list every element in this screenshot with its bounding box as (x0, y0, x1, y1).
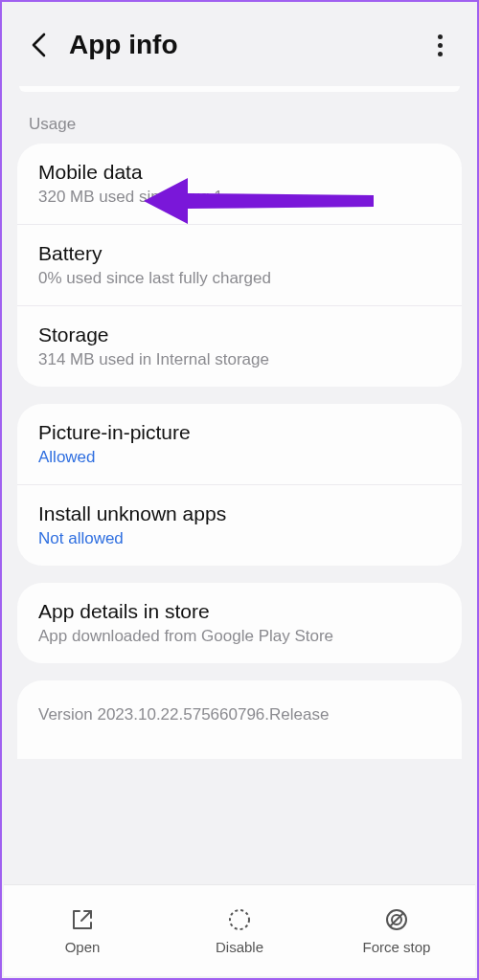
force-stop-button[interactable]: Force stop (318, 885, 475, 976)
disable-icon (226, 906, 253, 933)
force-stop-icon (383, 906, 410, 933)
row-title: Mobile data (38, 161, 441, 184)
row-title: Battery (38, 242, 441, 265)
bottom-action-bar: Open Disable Force stop (4, 884, 475, 976)
row-battery[interactable]: Battery 0% used since last fully charged (17, 224, 462, 305)
section-label-usage: Usage (2, 115, 477, 144)
app-header: App info (2, 2, 477, 86)
disable-button[interactable]: Disable (161, 885, 318, 976)
version-card: Version 2023.10.22.575660796.Release (17, 680, 462, 759)
row-title: Storage (38, 323, 441, 346)
row-subtitle: 0% used since last fully charged (38, 269, 441, 288)
row-title: Install unknown apps (38, 502, 441, 525)
row-title: Picture-in-picture (38, 421, 441, 444)
open-button[interactable]: Open (4, 885, 161, 976)
previous-card-edge (19, 86, 460, 92)
row-subtitle: Allowed (38, 448, 441, 467)
version-text: Version 2023.10.22.575660796.Release (38, 705, 441, 724)
more-options-icon[interactable] (423, 29, 456, 61)
row-subtitle: 320 MB used since Aug 1 (38, 188, 441, 207)
row-title: App details in store (38, 600, 441, 623)
row-subtitle: Not allowed (38, 529, 441, 548)
permissions-card: Picture-in-picture Allowed Install unkno… (17, 404, 462, 566)
open-icon (69, 906, 96, 933)
disable-label: Disable (216, 939, 263, 955)
row-subtitle: 314 MB used in Internal storage (38, 350, 441, 369)
back-icon[interactable] (23, 29, 56, 61)
page-title: App info (69, 30, 423, 60)
row-install-unknown-apps[interactable]: Install unknown apps Not allowed (17, 484, 462, 566)
row-mobile-data[interactable]: Mobile data 320 MB used since Aug 1 (17, 144, 462, 224)
row-app-details-in-store[interactable]: App details in store App downloaded from… (17, 583, 462, 663)
row-subtitle: App downloaded from Google Play Store (38, 627, 441, 646)
svg-point-0 (230, 910, 249, 929)
force-stop-label: Force stop (363, 939, 431, 955)
row-picture-in-picture[interactable]: Picture-in-picture Allowed (17, 404, 462, 484)
usage-card: Mobile data 320 MB used since Aug 1 Batt… (17, 144, 462, 387)
row-storage[interactable]: Storage 314 MB used in Internal storage (17, 305, 462, 387)
open-label: Open (65, 939, 101, 955)
store-card: App details in store App downloaded from… (17, 583, 462, 663)
